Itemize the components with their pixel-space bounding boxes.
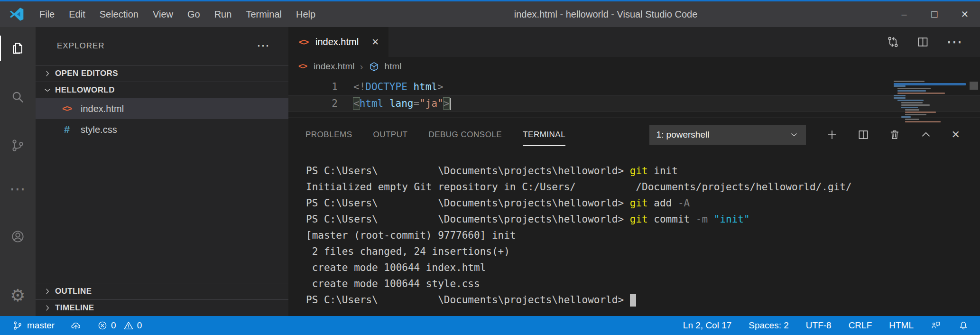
menu-run[interactable]: Run — [207, 1, 239, 27]
tab-index-html[interactable]: <>index.html✕ — [288, 27, 388, 57]
chevron-right-icon — [43, 287, 52, 296]
section-helloworld[interactable]: HELLOWORLD — [36, 82, 288, 98]
menu-help[interactable]: Help — [289, 1, 323, 27]
chevron-down-icon — [789, 130, 799, 140]
status-language-mode[interactable]: HTML — [889, 320, 914, 331]
maximize-panel-icon[interactable] — [920, 129, 932, 141]
split-editor-icon[interactable] — [916, 36, 929, 48]
menu-view[interactable]: View — [146, 1, 180, 27]
window-close-button[interactable]: ✕ — [950, 1, 980, 27]
section-label: HELLOWORLD — [55, 85, 115, 95]
file-index-html[interactable]: <>index.html — [36, 98, 288, 119]
minimap-line — [894, 81, 966, 82]
open-changes-icon[interactable] — [887, 36, 899, 48]
breadcrumb-item-html[interactable]: html — [385, 61, 402, 72]
status-eol[interactable]: CRLF — [849, 320, 872, 331]
minimap-line-segment — [901, 102, 923, 103]
panel-tab-output[interactable]: OUTPUT — [373, 118, 407, 151]
editor-tab-bar: <>index.html✕⋯ — [288, 27, 980, 57]
split-terminal-icon[interactable] — [857, 129, 869, 141]
status-sync[interactable] — [71, 320, 81, 331]
minimap-line-segment — [894, 81, 925, 82]
window-maximize-button[interactable]: □ — [919, 1, 950, 27]
close-panel-icon[interactable]: ✕ — [951, 130, 960, 140]
vscode-logo — [9, 6, 25, 22]
minimap-line-segment — [897, 90, 926, 92]
editor-actions: ⋯ — [887, 27, 980, 57]
section-timeline[interactable]: TIMELINE — [36, 299, 288, 316]
kill-terminal-icon[interactable] — [888, 129, 901, 141]
panel-tab-terminal[interactable]: TERMINAL — [523, 118, 565, 151]
section-open-editors[interactable]: OPEN EDITORS — [36, 65, 288, 82]
git-branch-icon — [12, 320, 23, 331]
terminal-text: "init" — [714, 214, 750, 225]
window-minimize-button[interactable]: – — [889, 1, 919, 27]
terminal-text: init — [648, 165, 678, 177]
editor-cursor — [450, 98, 451, 110]
line-content: <html lang="ja"> — [338, 95, 451, 112]
menu-file[interactable]: File — [32, 1, 62, 27]
bottom-panel: PROBLEMSOUTPUTDEBUG CONSOLETERMINAL 1: p… — [288, 118, 980, 316]
panel-tab-debug-console[interactable]: DEBUG CONSOLE — [428, 118, 502, 151]
chevron-right-icon — [43, 304, 52, 312]
minimap-line — [894, 100, 966, 101]
menu-terminal[interactable]: Terminal — [239, 1, 289, 27]
minimap-line-segment — [897, 88, 931, 89]
panel-tab-problems[interactable]: PROBLEMS — [305, 118, 352, 151]
minimap-line-segment — [901, 104, 930, 106]
sidebar-spacer — [36, 140, 288, 283]
explorer-icon — [10, 41, 25, 56]
status-cursor-position[interactable]: Ln 2, Col 17 — [683, 320, 731, 331]
sidebar-body: OPEN EDITORSHELLOWORLD<>index.html#style… — [36, 65, 288, 316]
activity-source-control[interactable] — [0, 130, 36, 160]
new-terminal-icon[interactable] — [826, 129, 838, 141]
status-feedback[interactable] — [931, 320, 941, 331]
activity-accounts[interactable] — [0, 222, 36, 251]
terminal-text: Initialized empty Git repository in C:/U… — [306, 181, 852, 193]
terminal-line: PS C:\Users\ \Documents\projects\hellowo… — [306, 211, 980, 227]
sidebar-title: EXPLORER — [57, 41, 105, 51]
terminal-line: PS C:\Users\ \Documents\projects\hellowo… — [306, 292, 980, 308]
activity-settings[interactable]: ⚙ — [0, 281, 36, 310]
editor-and-panel: <>index.html✕⋯ <>index.html›html 1<!DOCT… — [288, 27, 980, 316]
minimap[interactable] — [894, 81, 966, 123]
activity-search[interactable] — [0, 82, 36, 112]
status-notifications[interactable] — [958, 320, 969, 331]
menu-go[interactable]: Go — [180, 1, 207, 27]
panel-tabs: PROBLEMSOUTPUTDEBUG CONSOLETERMINAL — [305, 118, 586, 151]
activity-explorer[interactable] — [0, 34, 36, 63]
status-problems[interactable]: 00 — [97, 320, 145, 331]
explorer-sidebar: EXPLORER ⋯ OPEN EDITORSHELLOWORLD<>index… — [36, 27, 288, 316]
activity-more-actions[interactable]: ⋯ — [0, 179, 36, 200]
minimap-line — [894, 102, 966, 103]
more-actions-icon[interactable]: ⋯ — [946, 39, 963, 46]
status-part: 0 — [97, 320, 116, 331]
sidebar-more-actions[interactable]: ⋯ — [257, 43, 269, 49]
terminal-cursor — [630, 294, 636, 307]
section-outline[interactable]: OUTLINE — [36, 283, 288, 299]
minimap-line — [894, 97, 966, 99]
minimap-line-segment — [905, 119, 919, 120]
file-style-css[interactable]: #style.css — [36, 119, 288, 140]
chevron-down-icon — [43, 86, 52, 94]
terminal-text: PS C:\Users\ \Documents\projects\hellowo… — [306, 214, 630, 225]
close-tab-icon[interactable]: ✕ — [371, 37, 379, 47]
status-bar-left: master00 — [0, 320, 145, 331]
status-indentation[interactable]: Spaces: 2 — [749, 320, 789, 331]
vscode-window: FileEditSelectionViewGoRunTerminalHelp i… — [0, 0, 980, 335]
editor-scrollbar-thumb[interactable] — [970, 82, 978, 90]
section-label: OUTLINE — [55, 287, 92, 296]
terminal-output[interactable]: PS C:\Users\ \Documents\projects\hellowo… — [288, 151, 980, 316]
menu-edit[interactable]: Edit — [62, 1, 92, 27]
code-token: "ja" — [419, 98, 444, 109]
minimap-line — [894, 114, 966, 115]
breadcrumb-item-index-html[interactable]: index.html — [314, 61, 355, 72]
terminal-text: git — [630, 197, 648, 209]
terminal-text: commit — [648, 214, 696, 225]
menu-selection[interactable]: Selection — [92, 1, 146, 27]
status-git-branch[interactable]: master — [12, 320, 55, 331]
minimap-line — [894, 112, 966, 113]
code-editor[interactable]: 1<!DOCTYPE html>2<html lang="ja"> — [288, 76, 980, 118]
terminal-shell-select[interactable]: 1: powershell — [649, 125, 806, 145]
status-encoding[interactable]: UTF-8 — [806, 320, 832, 331]
